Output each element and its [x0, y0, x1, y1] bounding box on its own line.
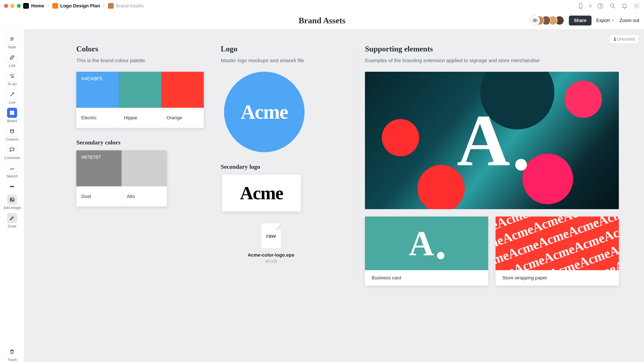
breadcrumb-current: Brand Assets: [116, 3, 144, 8]
tool-note[interactable]: Note: [7, 34, 17, 49]
svg-rect-19: [10, 130, 14, 133]
column-sub: This is the brand colour palette: [76, 58, 207, 63]
breadcrumb-home[interactable]: Home: [31, 3, 44, 8]
tool-sketch[interactable]: Sketch: [6, 163, 18, 178]
tool-trash[interactable]: Trash: [7, 347, 17, 362]
help-icon[interactable]: [597, 2, 604, 9]
tool-column[interactable]: Column: [6, 126, 18, 142]
close-window-icon[interactable]: [4, 4, 8, 8]
secondary-colors-heading: Secondary colors: [76, 139, 207, 146]
tool-label: Trash: [8, 358, 16, 362]
tool-sidebar: Note Link To-do Line Board Column Commen…: [0, 29, 24, 362]
export-button[interactable]: Export: [596, 18, 615, 23]
tool-more[interactable]: [7, 182, 17, 192]
svg-point-22: [12, 186, 12, 187]
tool-label: Comment: [4, 156, 20, 160]
tool-label: Draw: [8, 224, 16, 228]
search-icon[interactable]: [609, 2, 616, 9]
tool-comment[interactable]: Comment: [4, 145, 20, 160]
secondary-logo[interactable]: Acme: [222, 175, 301, 212]
presence-eye-icon: [530, 15, 540, 25]
svg-point-7: [534, 20, 536, 21]
svg-line-14: [10, 93, 14, 96]
page-icon[interactable]: [108, 3, 114, 9]
column-heading: Supporting elements: [365, 44, 619, 53]
breadcrumb-sep: /: [46, 3, 50, 8]
tool-label: To-do: [8, 82, 16, 86]
tool-board[interactable]: Board: [7, 108, 17, 123]
page-title: Brand Assets: [298, 15, 345, 25]
swatch-name: Dust: [76, 186, 122, 206]
swatch-color: #878787: [76, 150, 122, 186]
home-icon[interactable]: ⌂: [23, 3, 29, 9]
period-icon: [515, 159, 527, 171]
unsorted-label: Unsorted: [617, 36, 635, 41]
device-icon[interactable]: [577, 2, 584, 9]
column-supporting: Supporting elements Examples of the bran…: [358, 44, 626, 286]
tool-label: Board: [7, 119, 17, 123]
column-sub: Examples of the branding extension appli…: [365, 58, 619, 63]
tool-draw[interactable]: Draw: [7, 213, 17, 228]
presence-avatars[interactable]: [530, 15, 564, 25]
maximize-window-icon[interactable]: [17, 4, 21, 8]
board-canvas[interactable]: 1Unsorted Colors This is the brand colou…: [24, 29, 644, 362]
pattern: AcmeAcmeAcmeAcmeAcmeAcmeAcmeAcmeAcmeAcme…: [496, 217, 619, 270]
unsorted-badge[interactable]: 1Unsorted: [610, 35, 639, 43]
swatch[interactable]: Hippie: [119, 72, 161, 128]
svg-rect-15: [10, 111, 12, 113]
card-wrapping-paper[interactable]: AcmeAcmeAcmeAcmeAcmeAcmeAcmeAcmeAcmeAcme…: [496, 217, 619, 286]
chevron-down-icon: [611, 18, 615, 22]
tool-line[interactable]: Line: [7, 89, 17, 105]
logo-wordmark: Acme: [241, 100, 288, 123]
swatch[interactable]: Orange: [161, 72, 204, 128]
column-heading: Logo: [221, 44, 351, 53]
svg-point-3: [600, 7, 600, 7]
primary-swatches: #4EA6F5 Electric Hippie Orange: [76, 72, 204, 128]
tool-link[interactable]: Link: [7, 52, 17, 68]
top-bar: ⌂ Home / Logo Design Plan / Brand Assets…: [0, 0, 644, 12]
breadcrumb-project[interactable]: Logo Design Plan: [60, 3, 100, 8]
column-sub: Master logo mockups and artwork file: [221, 58, 351, 63]
device-count: 0: [589, 3, 592, 8]
swatch-color: [119, 72, 161, 108]
swatch[interactable]: Alto: [122, 150, 167, 206]
bell-icon[interactable]: [621, 2, 628, 9]
swatch[interactable]: #878787 Dust: [76, 150, 122, 206]
svg-rect-16: [12, 111, 14, 113]
svg-point-4: [610, 4, 614, 7]
hero-image[interactable]: A: [365, 72, 619, 209]
logo-wordmark: Acme: [240, 183, 283, 204]
svg-point-6: [636, 5, 638, 7]
share-button[interactable]: Share: [569, 15, 592, 25]
project-icon[interactable]: [52, 3, 58, 9]
file-icon: raw: [261, 223, 281, 248]
tool-label: Add image: [3, 206, 21, 210]
tool-label: Note: [8, 45, 16, 49]
card-caption: Store wrapping paper: [496, 270, 619, 286]
page-header: Brand Assets Share Export Zoom out: [0, 12, 644, 29]
tool-add-image[interactable]: Add image: [3, 195, 21, 210]
file-attachment[interactable]: raw Acme-color-logo.eps 40 KB: [246, 223, 296, 264]
file-size: 40 KB: [265, 259, 277, 264]
window-controls: [4, 4, 21, 8]
swatch-name: Alto: [122, 186, 167, 206]
tool-label: Line: [8, 100, 16, 105]
column-colors: Colors This is the brand colour palette …: [70, 44, 214, 286]
export-label: Export: [596, 18, 610, 23]
swatch-color: [122, 150, 167, 186]
minimize-window-icon[interactable]: [10, 4, 14, 8]
card-business-card[interactable]: A Business card: [365, 217, 488, 286]
secondary-swatches: #878787 Dust Alto: [76, 150, 167, 206]
swatch-color: #4EA6F5: [76, 72, 119, 108]
gear-icon[interactable]: [633, 2, 640, 9]
svg-point-21: [10, 186, 11, 187]
swatch[interactable]: #4EA6F5 Electric: [76, 72, 119, 128]
swatch-name: Orange: [161, 108, 204, 128]
tool-todo[interactable]: To-do: [7, 71, 17, 86]
period-icon: [437, 252, 444, 259]
file-name: Acme-color-logo.eps: [248, 252, 294, 258]
zoom-out-button[interactable]: Zoom out: [620, 18, 639, 23]
tool-label: Sketch: [6, 174, 18, 178]
breadcrumb-sep: /: [102, 3, 106, 8]
primary-logo[interactable]: Acme: [224, 72, 304, 152]
